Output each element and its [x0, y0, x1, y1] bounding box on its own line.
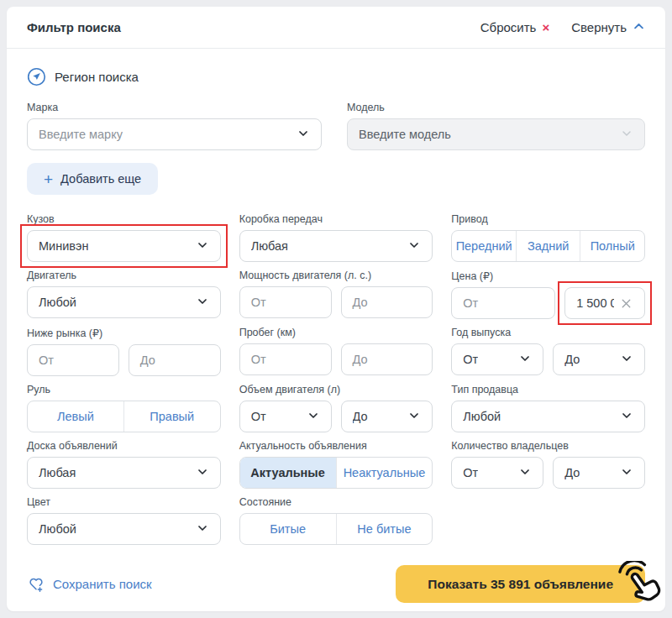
mileage-to-input[interactable]: До: [341, 343, 433, 375]
body-type-field-group: Кузов Минивэн: [27, 213, 221, 262]
below-market-to-placeholder: До: [140, 354, 155, 367]
chevron-down-icon: [196, 238, 209, 254]
mileage-from-input[interactable]: От: [239, 343, 332, 375]
reset-button[interactable]: Сбросить ×: [480, 20, 549, 34]
panel-footer: Сохранить поиск Показать 35 891 объявлен…: [27, 565, 645, 603]
chevron-down-icon: [196, 295, 209, 311]
owners-from-select[interactable]: От: [451, 457, 543, 489]
color-select[interactable]: Любой: [27, 513, 221, 545]
relevance-option-actual[interactable]: Актуальные: [240, 458, 336, 488]
brand-model-row: Марка Введите марку Модель Введите модел…: [27, 102, 645, 150]
header-actions: Сбросить × Свернуть: [480, 20, 645, 35]
chevron-down-icon: [620, 127, 633, 143]
relevance-field-group: Актуальность объявления Актуальные Неакт…: [239, 440, 433, 489]
board-value: Любая: [39, 466, 76, 479]
drive-field-group: Привод Передний Задний Полный: [451, 213, 645, 262]
chevron-down-icon: [307, 409, 320, 425]
relevance-label: Актуальность объявления: [239, 440, 433, 452]
below-market-label: Ниже рынка (₽): [27, 327, 221, 339]
engine-volume-to-select[interactable]: До: [341, 401, 433, 432]
page: { "header": { "title": "Фильтр поиска", …: [0, 0, 672, 618]
relevance-segmented-control: Актуальные Неактуальные: [239, 457, 433, 489]
wheel-label: Руль: [27, 384, 221, 395]
color-label: Цвет: [27, 496, 221, 508]
engine-volume-from-value: От: [251, 410, 266, 423]
drive-segmented-control: Передний Задний Полный: [451, 230, 645, 262]
wheel-option-right[interactable]: Правый: [123, 401, 220, 432]
price-from-placeholder: От: [463, 296, 478, 310]
mileage-field-group: Пробег (км) От До: [239, 327, 433, 376]
drive-label: Привод: [451, 213, 645, 225]
below-market-from-placeholder: От: [39, 354, 54, 367]
wheel-segmented-control: Левый Правый: [27, 401, 221, 432]
owners-to-value: До: [564, 466, 580, 479]
seller-type-select[interactable]: Любой: [451, 401, 645, 432]
chevron-up-icon: [633, 20, 645, 35]
model-field-group: Модель Введите модель: [347, 102, 645, 150]
wheel-field-group: Руль Левый Правый: [27, 384, 221, 432]
region-selector[interactable]: Регион поиска: [27, 67, 645, 86]
model-placeholder: Введите модель: [359, 128, 451, 141]
brand-select[interactable]: Введите марку: [27, 118, 322, 150]
empty-cell: [451, 496, 645, 545]
year-to-select[interactable]: До: [553, 343, 645, 375]
collapse-button[interactable]: Свернуть: [571, 20, 645, 35]
wheel-option-left[interactable]: Левый: [28, 401, 123, 432]
model-label: Модель: [347, 102, 645, 113]
engine-volume-field-group: Объем двигателя (л) От До: [239, 384, 433, 432]
heart-plus-icon: [27, 575, 45, 594]
price-from-input[interactable]: От: [451, 287, 555, 319]
save-search-button[interactable]: Сохранить поиск: [27, 575, 152, 594]
below-market-from-input[interactable]: От: [27, 344, 119, 376]
filter-panel: Фильтр поиска Сбросить × Свернуть Регион…: [7, 7, 665, 611]
seller-type-field-group: Тип продавца Любой: [451, 384, 645, 432]
power-to-input[interactable]: До: [341, 286, 433, 318]
condition-segmented-control: Битые Не битые: [239, 513, 433, 545]
gearbox-select[interactable]: Любая: [239, 230, 433, 262]
body-type-label: Кузов: [27, 213, 221, 225]
tap-hand-cursor-icon: [613, 561, 670, 618]
body-type-value: Минивэн: [39, 239, 88, 253]
navigation-arrow-icon: [27, 67, 46, 86]
panel-title: Фильтр поиска: [27, 20, 121, 34]
color-field-group: Цвет Любой: [27, 496, 221, 545]
chevron-down-icon: [620, 409, 633, 425]
board-select[interactable]: Любая: [27, 457, 221, 489]
brand-field-group: Марка Введите марку: [27, 102, 322, 150]
relevance-option-inactual[interactable]: Неактуальные: [336, 458, 433, 488]
engine-select[interactable]: Любой: [27, 286, 221, 318]
mileage-to-placeholder: До: [353, 353, 368, 366]
brand-label: Марка: [27, 102, 322, 113]
condition-option-damaged[interactable]: Битые: [240, 514, 336, 544]
board-label: Доска объявлений: [27, 440, 221, 452]
mileage-from-placeholder: От: [251, 353, 266, 366]
engine-volume-from-select[interactable]: От: [239, 401, 332, 432]
plus-icon: +: [44, 171, 53, 187]
owners-to-select[interactable]: До: [553, 457, 645, 489]
panel-header: Фильтр поиска Сбросить × Свернуть: [7, 7, 665, 49]
below-market-to-input[interactable]: До: [129, 344, 221, 376]
condition-option-not-damaged[interactable]: Не битые: [336, 514, 433, 544]
gearbox-value: Любая: [251, 239, 288, 253]
year-from-select[interactable]: От: [451, 343, 543, 375]
brand-placeholder: Введите марку: [39, 128, 123, 141]
power-label: Мощность двигателя (л. с.): [239, 270, 433, 281]
price-to-input[interactable]: 1 500 000: [564, 287, 645, 319]
power-from-input[interactable]: От: [239, 286, 332, 318]
clear-icon[interactable]: [619, 296, 633, 311]
body-type-select[interactable]: Минивэн: [27, 230, 221, 262]
save-search-label: Сохранить поиск: [53, 577, 152, 591]
gearbox-field-group: Коробка передач Любая: [239, 213, 433, 262]
mileage-label: Пробег (км): [239, 327, 433, 338]
board-field-group: Доска объявлений Любая: [27, 440, 221, 489]
engine-field-group: Двигатель Любой: [27, 270, 221, 319]
owners-label: Количество владельцев: [451, 440, 645, 452]
power-field-group: Мощность двигателя (л. с.) От До: [239, 270, 433, 319]
seller-type-label: Тип продавца: [451, 384, 645, 395]
drive-option-full[interactable]: Полный: [580, 231, 644, 261]
chevron-down-icon: [518, 465, 532, 481]
drive-option-rear[interactable]: Задний: [516, 231, 580, 261]
show-results-button[interactable]: Показать 35 891 объявление: [396, 565, 645, 603]
drive-option-front[interactable]: Передний: [452, 231, 516, 261]
add-more-button[interactable]: + Добавить еще: [27, 163, 158, 195]
